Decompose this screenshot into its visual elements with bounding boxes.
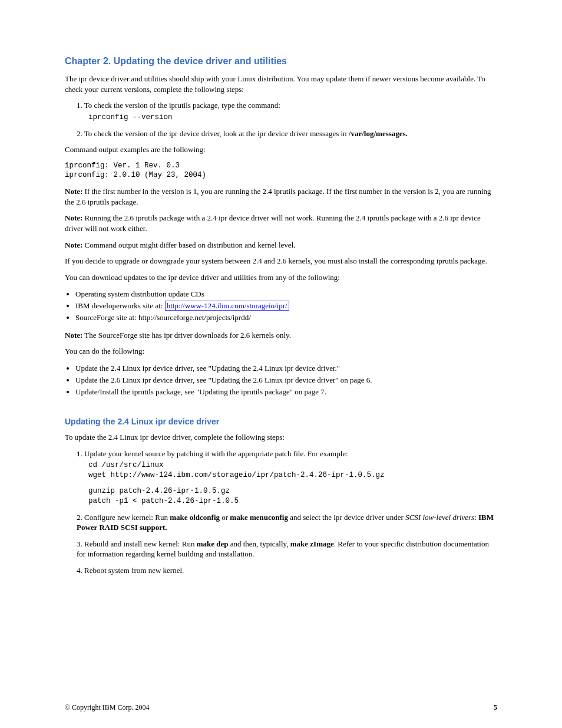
download-item-3-text: SourceForge site at: [75, 313, 137, 322]
note-label: Note: [65, 241, 82, 249]
download-list: Operating system distribution update CDs… [65, 288, 497, 324]
page-number: 5 [494, 703, 497, 712]
download-item-1: Operating system distribution update CDs [75, 288, 497, 300]
can-do-list: Update the 2.4 Linux ipr device driver, … [65, 363, 497, 398]
note-label: Note: [65, 331, 82, 340]
note-3: Note: Command output might differ based … [65, 240, 497, 251]
code-iprconfig-version: iprconfig --version [88, 113, 497, 123]
step-2: 2. To check the version of the ipr devic… [77, 129, 497, 139]
s2-f: SCSI low-level drivers [405, 513, 474, 522]
download-item-2: IBM developerworks site at: http://www-1… [75, 300, 497, 312]
s2-a: 2. Configure new kernel: Run [77, 513, 170, 522]
download-item-3: SourceForge site at: http://sourceforge.… [75, 312, 497, 324]
sub-step-3: 3. Rebuild and install new kernel: Run m… [77, 539, 497, 559]
s3-d: make zImage [290, 539, 334, 548]
copyright-text: © Copyright IBM Corp. 2004 [65, 703, 149, 712]
can-do-para: You can do the following: [65, 346, 497, 357]
note-label: Note: [65, 187, 82, 196]
note-sf: Note: The SourceForge site has ipr drive… [65, 330, 497, 341]
examples-intro: Command output examples are the followin… [65, 144, 497, 155]
note-1-text: If the first number in the version is 1,… [65, 187, 491, 206]
note-1: Note: If the first number in the version… [65, 186, 497, 207]
code-cd-wget: cd /usr/src/linux wget http://www-124.ib… [88, 460, 497, 480]
download-item-2-text: IBM developerworks site at: [75, 301, 163, 310]
sub-step-4: 4. Reboot system from new kernel. [77, 565, 497, 576]
page-content: Chapter 2. Updating the device driver an… [0, 0, 562, 617]
s3-a: 3. Rebuild and install new kernel: Run [77, 539, 197, 548]
can-do-1: Update the 2.4 Linux ipr device driver, … [75, 363, 497, 374]
developerworks-link[interactable]: http://www-124.ibm.com/storageio/ipr/ [165, 301, 289, 311]
can-do-3: Update/Install the iprutils package, see… [75, 386, 497, 398]
intro-paragraph: The ipr device driver and utilities shou… [65, 74, 497, 94]
subsection-intro: To update the 2.4 Linux ipr device drive… [65, 432, 497, 443]
sub-step-2: 2. Configure new kernel: Run make oldcon… [77, 512, 497, 533]
note-2: Note: Running the 2.6 iprutils package w… [65, 213, 497, 233]
chapter-title: Chapter 2. Updating the device driver an… [65, 56, 497, 67]
sub-step-1: 1. Update your kernel source by patching… [77, 449, 497, 459]
code-examples: iprconfig: Ver. 1 Rev. 0.3 iprconfig: 2.… [65, 161, 497, 181]
s3-b: make dep [197, 539, 229, 548]
code-gunzip-patch: gunzip patch-2.4.26-ipr-1.0.5.gz patch -… [88, 486, 497, 506]
log-path: /var/log/messages. [349, 129, 408, 138]
s2-e: and select the ipr device driver under [288, 513, 405, 522]
sourceforge-link[interactable]: http://sourceforge.net/projects/iprdd/ [138, 313, 251, 322]
note-sf-text: The SourceForge site has ipr driver down… [84, 331, 291, 340]
s2-b: make oldconfig [170, 513, 220, 522]
s2-c: or [220, 513, 230, 522]
s3-c: and then, typically, [228, 539, 290, 548]
subsection-title: Updating the 2.4 Linux ipr device driver [65, 417, 497, 426]
note-2-text: Running the 2.6 iprutils package with a … [65, 213, 481, 233]
note-3-text: Command output might differ based on dis… [85, 241, 296, 249]
step-1: 1. To check the version of the iprutils … [77, 100, 497, 111]
step-2-text: 2. To check the version of the ipr devic… [77, 129, 349, 138]
can-do-2: Update the 2.6 Linux ipr device driver, … [75, 374, 497, 386]
download-intro: You can download updates to the ipr devi… [65, 272, 497, 283]
s2-d: make menuconfig [230, 513, 288, 522]
kernel-switch-para: If you decide to upgrade or downgrade yo… [65, 256, 497, 266]
note-label: Note: [65, 213, 82, 222]
